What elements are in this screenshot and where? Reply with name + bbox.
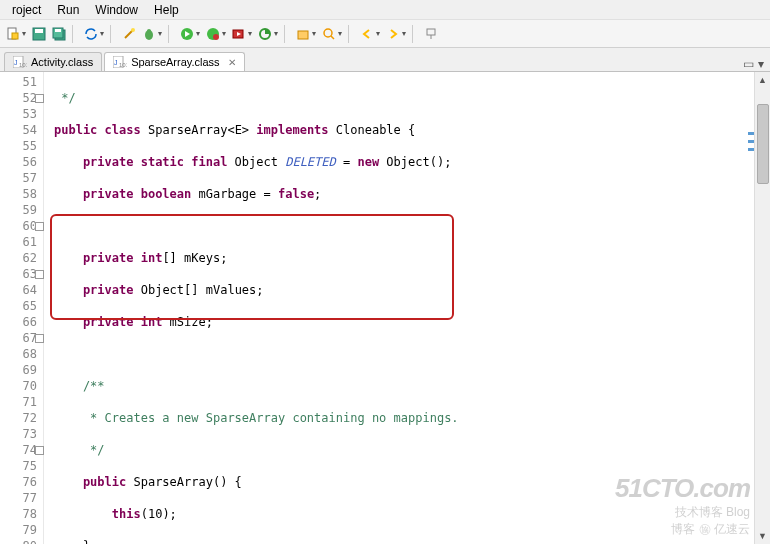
scroll-thumb[interactable] bbox=[757, 104, 769, 184]
java-file-icon: J101 bbox=[113, 56, 127, 68]
dropdown-icon[interactable]: ▾ bbox=[402, 29, 406, 38]
code-text: false bbox=[278, 187, 314, 201]
tab-activity[interactable]: J101 Activity.class bbox=[4, 52, 102, 71]
menu-project[interactable]: roject bbox=[4, 1, 49, 19]
line-number: 62 bbox=[0, 250, 37, 266]
code-text: DELETED bbox=[285, 155, 336, 169]
menu-run[interactable]: Run bbox=[49, 1, 87, 19]
line-number: 68 bbox=[0, 346, 37, 362]
code-editor: 51 52 53 54 55 56 57 58 59 60 61 62 63 6… bbox=[0, 72, 770, 544]
line-gutter[interactable]: 51 52 53 54 55 56 57 58 59 60 61 62 63 6… bbox=[0, 72, 44, 544]
code-area[interactable]: */ public class SparseArray<E> implement… bbox=[44, 72, 770, 544]
dropdown-icon[interactable]: ▾ bbox=[274, 29, 278, 38]
code-text: (10); bbox=[141, 507, 177, 521]
tab-label: SparseArray.class bbox=[131, 56, 219, 68]
code-text: private int bbox=[54, 315, 162, 329]
code-text: Object[] mValues; bbox=[133, 283, 263, 297]
dropdown-icon[interactable]: ▾ bbox=[312, 29, 316, 38]
line-number: 66 bbox=[0, 314, 37, 330]
close-icon[interactable]: ✕ bbox=[228, 57, 236, 68]
code-text: Object bbox=[227, 155, 285, 169]
line-number: 77 bbox=[0, 490, 37, 506]
line-number: 56 bbox=[0, 154, 37, 170]
code-text: mGarbage = bbox=[191, 187, 278, 201]
menu-help[interactable]: Help bbox=[146, 1, 187, 19]
dropdown-icon[interactable]: ▾ bbox=[158, 29, 162, 38]
dropdown-icon[interactable]: ▾ bbox=[248, 29, 252, 38]
code-text: /** bbox=[54, 379, 105, 393]
dropdown-icon[interactable]: ▾ bbox=[22, 29, 26, 38]
code-text: implements bbox=[256, 123, 328, 137]
save-all-icon[interactable] bbox=[50, 25, 68, 43]
line-number: 72 bbox=[0, 410, 37, 426]
code-text: this bbox=[54, 507, 141, 521]
line-number: 53 bbox=[0, 106, 37, 122]
dropdown-icon[interactable]: ▾ bbox=[338, 29, 342, 38]
debug-icon[interactable] bbox=[204, 25, 222, 43]
bug-icon[interactable] bbox=[140, 25, 158, 43]
code-text: SparseArray() { bbox=[126, 475, 242, 489]
code-text: Object(); bbox=[379, 155, 451, 169]
coverage-icon[interactable] bbox=[256, 25, 274, 43]
line-number: 59 bbox=[0, 202, 37, 218]
line-number: 79 bbox=[0, 522, 37, 538]
menu-window[interactable]: Window bbox=[87, 1, 146, 19]
svg-rect-17 bbox=[427, 29, 435, 35]
scroll-up-icon[interactable]: ▲ bbox=[755, 72, 770, 88]
svg-text:J: J bbox=[114, 59, 118, 66]
package-icon[interactable] bbox=[294, 25, 312, 43]
code-text: Cloneable { bbox=[329, 123, 416, 137]
run-icon[interactable] bbox=[178, 25, 196, 43]
pin-icon[interactable] bbox=[422, 25, 440, 43]
svg-rect-1 bbox=[12, 33, 18, 39]
line-number: 70 bbox=[0, 378, 37, 394]
editor-tab-bar: J101 Activity.class J101 SparseArray.cla… bbox=[0, 48, 770, 72]
dropdown-icon[interactable]: ▾ bbox=[196, 29, 200, 38]
code-text: public bbox=[54, 475, 126, 489]
svg-text:101: 101 bbox=[119, 62, 127, 68]
menu-bar: roject Run Window Help bbox=[0, 0, 770, 20]
toolbar: ▾ ▾ ▾ ▾ ▾ ▾ ▾ ▾ ▾ ▾ ▾ bbox=[0, 20, 770, 48]
tab-label: Activity.class bbox=[31, 56, 93, 68]
svg-point-16 bbox=[324, 29, 332, 37]
sync-icon[interactable] bbox=[82, 25, 100, 43]
code-text: private bbox=[54, 283, 133, 297]
line-number: 67 bbox=[0, 330, 37, 346]
line-number: 74 bbox=[0, 442, 37, 458]
line-number: 63 bbox=[0, 266, 37, 282]
code-text: SparseArray<E> bbox=[141, 123, 257, 137]
code-text: * Creates a new SparseArray containing n… bbox=[54, 411, 459, 425]
overview-ruler[interactable] bbox=[748, 72, 754, 544]
tab-sparsearray[interactable]: J101 SparseArray.class ✕ bbox=[104, 52, 244, 71]
overview-mark bbox=[748, 148, 754, 151]
line-number: 69 bbox=[0, 362, 37, 378]
tab-controls: ▭ ▾ bbox=[743, 57, 770, 71]
search-icon[interactable] bbox=[320, 25, 338, 43]
java-file-icon: J101 bbox=[13, 56, 27, 68]
dropdown-icon[interactable]: ▾ bbox=[222, 29, 226, 38]
forward-icon[interactable] bbox=[384, 25, 402, 43]
new-icon[interactable] bbox=[4, 25, 22, 43]
wand-icon[interactable] bbox=[120, 25, 138, 43]
code-text: ; bbox=[314, 187, 321, 201]
line-number: 60 bbox=[0, 218, 37, 234]
dropdown-icon[interactable]: ▾ bbox=[100, 29, 104, 38]
line-number: 76 bbox=[0, 474, 37, 490]
save-icon[interactable] bbox=[30, 25, 48, 43]
line-number: 54 bbox=[0, 122, 37, 138]
code-text: */ bbox=[54, 443, 105, 457]
vertical-scrollbar[interactable]: ▲ ▼ bbox=[754, 72, 770, 544]
dropdown-icon[interactable]: ▾ bbox=[376, 29, 380, 38]
maximize-icon[interactable]: ▭ bbox=[743, 57, 754, 71]
line-number: 51 bbox=[0, 74, 37, 90]
line-number: 61 bbox=[0, 234, 37, 250]
line-number: 64 bbox=[0, 282, 37, 298]
code-text: */ bbox=[54, 91, 76, 105]
overview-mark bbox=[748, 140, 754, 143]
code-text: private boolean bbox=[54, 187, 191, 201]
line-number: 57 bbox=[0, 170, 37, 186]
back-icon[interactable] bbox=[358, 25, 376, 43]
scroll-down-icon[interactable]: ▼ bbox=[755, 528, 770, 544]
menu-icon[interactable]: ▾ bbox=[758, 57, 764, 71]
external-run-icon[interactable] bbox=[230, 25, 248, 43]
